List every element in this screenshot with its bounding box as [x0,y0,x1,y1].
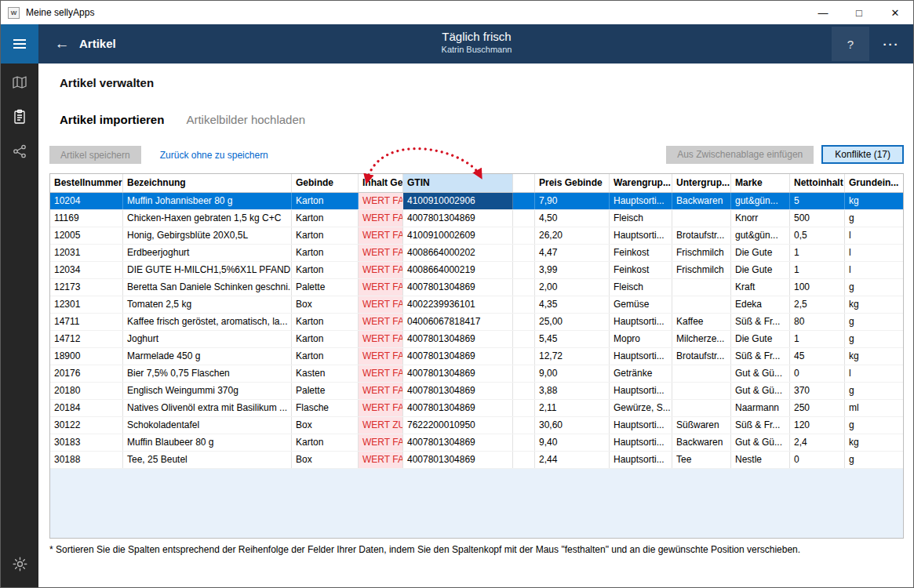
cell-bestellnummer: 30122 [50,417,123,434]
sort-hint-footnote: * Sortieren Sie die Spalten entsprechend… [49,544,905,555]
shop-header: Täglich frisch Katrin Buschmann [38,30,914,54]
table-row[interactable]: 14712JoghurtKartonWERT FALS4007801304869… [50,331,903,348]
cell-gtin: 4007801304869 [403,434,513,451]
sidebar-item-tours[interactable] [1,67,38,101]
cell-inhalt: WERT FALS [359,400,403,416]
cell-gebinde: Karton [292,348,359,365]
table-body: 10204Muffin Johannisbeer 80 gKartonWERT … [50,193,903,469]
column-header-grundeinheit[interactable]: Grundein... [845,174,905,192]
column-header-gtin[interactable]: GTIN [403,174,513,192]
table-empty-area [50,469,903,538]
table-row[interactable]: 14711Kaffee frisch geröstet, aromatisch,… [50,314,903,331]
pane-gap [513,193,535,209]
pane-gap [513,434,535,451]
cell-gebinde: Karton [292,331,359,347]
table-row[interactable]: 20176Bier 7,5% 0,75 FlaschenKastenWERT F… [50,365,903,383]
cell-gebinde: Karton [292,262,359,278]
table-row[interactable]: 30188Tee, 25 BeutelBoxWERT FALS400780130… [50,452,903,469]
tab-artikel-importieren[interactable]: Artikel importieren [60,113,164,126]
cell-gtin: 4007801304869 [403,400,513,416]
cell-grundeinheit: l [845,245,905,261]
cell-gtin: 4007801304869 [403,383,513,399]
column-header-nettoinhalt[interactable]: Nettoinhalt [790,174,845,192]
sidebar-item-articles[interactable] [1,101,38,136]
tab-artikelbilder-hochladen[interactable]: Artikelbilder hochladen [186,113,305,126]
cell-bezeichnung: Tomaten 2,5 kg [123,296,292,313]
cell-bezeichnung: Muffin Blaubeer 80 g [123,434,292,451]
column-header-preis-gebinde[interactable]: Preis Gebinde [535,174,610,192]
cell-nettoinhalt: 1 [790,331,845,347]
cell-gebinde: Karton [292,245,359,261]
cell-untergruppe [672,383,731,399]
cell-nettoinhalt: 2,5 [790,296,845,313]
cell-preis: 5,45 [535,331,610,347]
sidebar-item-settings[interactable] [1,548,38,583]
cell-marke: Knorr [731,210,790,227]
more-options-button[interactable]: ··· [874,27,909,61]
table-row[interactable]: 12031ErdbeerjoghurtKartonWERT FALS400866… [50,245,903,262]
cell-warengruppe: Fleisch [610,210,672,227]
cell-gebinde: Box [292,417,359,434]
cell-inhalt: WERT FALS [359,210,403,227]
table-row[interactable]: 12301Tomaten 2,5 kgBoxWERT FALS400223993… [50,296,903,314]
column-header-bezeichnung[interactable]: Bezeichnung [123,174,292,192]
column-header-warengruppe[interactable]: Warengrup... [610,174,672,192]
pane-gap [513,210,535,227]
cell-nettoinhalt: 0 [790,452,845,468]
table-row[interactable]: 11169Chicken-Haxen gebraten 1,5 kg C+CKa… [50,210,903,227]
close-button[interactable]: ✕ [877,1,913,24]
column-header-bestellnummer[interactable]: Bestellnummer [50,174,123,192]
column-header-marke[interactable]: Marke [731,174,790,192]
app-icon: W [8,7,20,19]
paste-from-clipboard-button[interactable]: Aus Zwischenablage einfügen [666,146,814,164]
cell-gebinde: Kasten [292,365,359,382]
save-articles-button[interactable]: Artikel speichern [49,146,141,164]
table-row[interactable]: 30183Muffin Blaubeer 80 gKartonWERT FALS… [50,434,903,452]
table-row[interactable]: 18900Marmelade 450 gKartonWERT FALS40078… [50,348,903,365]
cell-inhalt: WERT FALS [359,193,403,209]
cell-bestellnummer: 14712 [50,331,123,347]
sidebar-item-share[interactable] [1,136,38,170]
hamburger-menu-button[interactable] [1,24,38,64]
cell-grundeinheit: g [845,452,905,468]
cell-gebinde: Karton [292,210,359,227]
table-row[interactable]: 12005Honig, Gebirgsblüte 20X0,5LKartonWE… [50,227,903,245]
cell-bestellnummer: 12034 [50,262,123,278]
table-row[interactable]: 12173Beretta San Daniele Schinken geschn… [50,279,903,296]
back-without-saving-link[interactable]: Zurück ohne zu speichern [160,150,268,161]
pane-gap [513,245,535,261]
cell-warengruppe: Getränke [610,365,672,382]
table-row[interactable]: 20184Natives Olivenöl extra mit Basiliku… [50,400,903,417]
cell-warengruppe: Gemüse [610,296,672,313]
conflicts-button[interactable]: Konflikte (17) [821,145,904,164]
column-header-untergruppe[interactable]: Untergrup... [672,174,731,192]
table-row[interactable]: 10204Muffin Johannisbeer 80 gKartonWERT … [50,193,903,210]
table-row[interactable]: 12034DIE GUTE H-MILCH1,5%6X1L PFANDKarto… [50,262,903,279]
table-row[interactable]: 20180Englisch Weingummi 370gPaletteWERT … [50,383,903,400]
cell-nettoinhalt: 0,5 [790,227,845,244]
cell-warengruppe: Hauptsorti... [610,383,672,399]
cell-grundeinheit: l [845,227,905,244]
cell-untergruppe: Tee [672,452,731,468]
cell-inhalt: WERT FALS [359,296,403,313]
pane-gap [513,314,535,330]
help-button[interactable]: ? [832,27,869,61]
table-header: Bestellnummer Bezeichnung Gebinde Inhalt… [50,174,903,193]
pane-gap [513,262,535,278]
maximize-button[interactable]: □ [841,1,877,24]
cell-bestellnummer: 11169 [50,210,123,227]
cell-bezeichnung: Schokoladentafel [123,417,292,434]
cell-untergruppe: Brotaufstr... [672,227,731,244]
cell-warengruppe: Hauptsorti... [610,314,672,330]
column-header-gebinde[interactable]: Gebinde [292,174,359,192]
cell-warengruppe: Fleisch [610,279,672,296]
pane-gap [513,417,535,434]
cell-bezeichnung: Muffin Johannisbeer 80 g [123,193,292,209]
column-header-inhalt-gebinde[interactable]: Inhalt Gebi... [359,174,403,192]
cell-grundeinheit: ml [845,400,905,416]
cell-marke: Gut & Gü... [731,383,790,399]
minimize-button[interactable]: — [805,1,841,24]
cell-inhalt: WERT FALS [359,434,403,451]
table-row[interactable]: 30122SchokoladentafelBoxWERT ZU L7622200… [50,417,903,434]
cell-marke: Süß & Fr... [731,314,790,330]
